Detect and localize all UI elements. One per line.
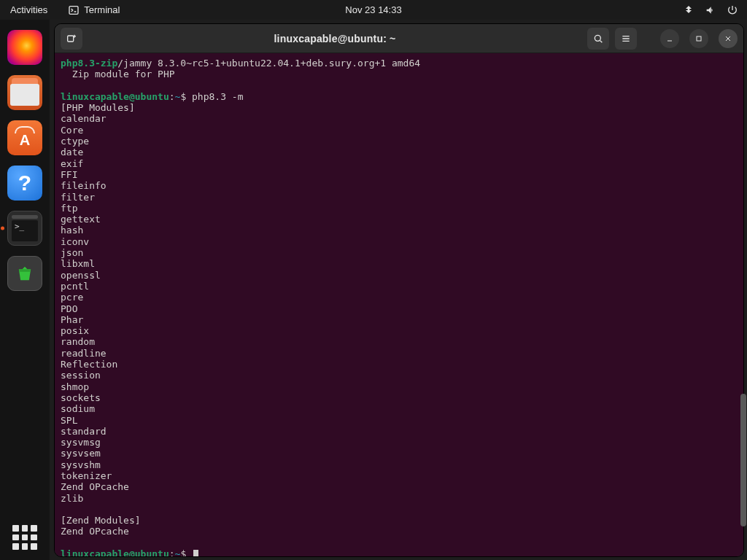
topbar-app-indicator[interactable]: Terminal — [68, 4, 120, 16]
svg-point-2 — [595, 35, 600, 41]
clock[interactable]: Nov 23 14:33 — [345, 4, 401, 15]
show-applications[interactable] — [0, 525, 50, 550]
scrollbar[interactable] — [740, 394, 746, 526]
close-button[interactable] — [719, 29, 738, 48]
svg-rect-0 — [69, 6, 78, 14]
dock-firefox[interactable] — [7, 30, 42, 65]
svg-rect-1 — [68, 36, 74, 42]
volume-icon[interactable] — [705, 4, 716, 16]
window-titlebar: linuxcapable@ubuntu: ~ — [55, 24, 743, 53]
hamburger-menu[interactable] — [615, 28, 637, 50]
search-button[interactable] — [587, 28, 609, 50]
minimize-button[interactable] — [660, 29, 679, 48]
activities-button[interactable]: Activities — [10, 4, 47, 15]
dock — [0, 20, 50, 560]
maximize-button[interactable] — [689, 29, 708, 48]
dock-files[interactable] — [7, 75, 42, 110]
dock-help[interactable] — [7, 166, 42, 201]
dock-trash[interactable] — [7, 256, 42, 291]
power-icon[interactable] — [727, 4, 738, 16]
terminal-icon — [68, 4, 80, 16]
gnome-topbar: Activities Terminal Nov 23 14:33 — [0, 0, 747, 20]
terminal-content[interactable]: php8.3-zip/jammy 8.3.0~rc5-1+ubuntu22.04… — [55, 53, 743, 556]
system-tray[interactable] — [683, 4, 738, 16]
svg-rect-3 — [697, 36, 701, 41]
network-icon[interactable] — [683, 4, 694, 16]
dock-terminal[interactable] — [7, 211, 42, 246]
window-title: linuxcapable@ubuntu: ~ — [88, 33, 581, 44]
topbar-app-label: Terminal — [84, 4, 120, 15]
terminal-window: linuxcapable@ubuntu: ~ php8.3-zip/jammy … — [54, 23, 744, 557]
dock-software[interactable] — [7, 120, 42, 155]
new-tab-button[interactable] — [61, 28, 82, 50]
